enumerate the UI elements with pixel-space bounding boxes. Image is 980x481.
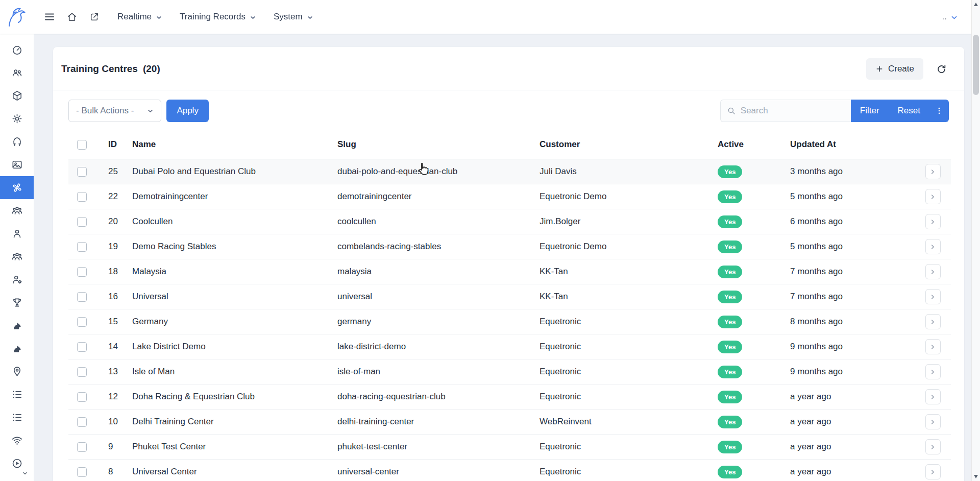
table-row[interactable]: 25Dubai Polo and Equestrian Clubdubai-po… [68, 159, 951, 184]
sidebar-item-user-settings[interactable] [0, 268, 34, 291]
row-open-button[interactable] [925, 214, 941, 229]
sidebar-item-products[interactable] [0, 84, 34, 107]
row-checkbox[interactable] [77, 267, 87, 277]
cell-customer: Equetronic Demo [532, 184, 710, 209]
table-row[interactable]: 20CoolcullencoolcullenJim.BolgerYes6 mon… [68, 209, 951, 234]
image-icon [11, 159, 23, 171]
row-open-button[interactable] [925, 464, 941, 479]
select-all-checkbox[interactable] [77, 140, 87, 150]
row-open-button[interactable] [925, 364, 941, 379]
row-checkbox[interactable] [77, 442, 87, 452]
table-row[interactable]: 15GermanygermanyEquetronicYes8 months ag… [68, 309, 951, 334]
bulk-actions-select[interactable]: - Bulk Actions - [68, 100, 161, 122]
cell-active: Yes [710, 410, 782, 435]
table-row[interactable]: 19Demo Racing Stablescombelands-racing-s… [68, 234, 951, 259]
sidebar-item-media[interactable] [0, 153, 34, 176]
cell-updated-at: 8 months ago [782, 309, 911, 334]
row-checkbox[interactable] [77, 392, 87, 402]
sidebar-item-teams[interactable] [0, 199, 34, 222]
sidebar-item-settings[interactable] [0, 107, 34, 130]
scrollbar-thumb[interactable] [973, 35, 979, 95]
create-button[interactable]: Create [866, 58, 923, 80]
row-open-button[interactable] [925, 389, 941, 404]
sidebar-scroll-down[interactable] [22, 470, 28, 476]
people-icon [11, 205, 23, 217]
sidebar-item-sessions[interactable] [0, 452, 34, 475]
app-logo[interactable] [0, 0, 34, 34]
sidebar-item-horses[interactable] [0, 314, 34, 337]
external-link-button[interactable] [87, 9, 102, 25]
row-checkbox[interactable] [77, 242, 87, 252]
table-row[interactable]: 14Lake District Demolake-district-demoEq… [68, 334, 951, 359]
table-row[interactable]: 12Doha Racing & Equestrian Clubdoha-raci… [68, 384, 951, 410]
cell-active: Yes [710, 159, 782, 184]
row-open-button[interactable] [925, 164, 941, 179]
sidebar-item-awards[interactable] [0, 291, 34, 314]
user-menu[interactable]: .. [942, 12, 958, 22]
apply-button[interactable]: Apply [166, 100, 209, 122]
sidebar-item-logs[interactable] [0, 406, 34, 429]
column-header-slug: Slug [330, 134, 532, 159]
sidebar-item-locations[interactable] [0, 360, 34, 383]
sidebar-item-training-centres[interactable] [0, 176, 34, 199]
cell-id: 16 [99, 284, 125, 309]
cell-id: 19 [99, 234, 125, 259]
cell-id: 10 [99, 410, 125, 435]
row-checkbox[interactable] [77, 417, 87, 427]
more-options-button[interactable] [929, 100, 949, 122]
row-checkbox[interactable] [77, 317, 87, 327]
search-input[interactable] [741, 106, 845, 116]
refresh-button[interactable] [934, 61, 949, 77]
table-row[interactable]: 8Universal Centeruniversal-centerEquetro… [68, 460, 951, 481]
filter-button[interactable]: Filter [851, 100, 889, 122]
scrollbar-up-arrow[interactable] [974, 3, 978, 6]
chevron-right-icon [929, 418, 937, 426]
sidebar-item-trainers[interactable] [0, 222, 34, 245]
reset-button[interactable]: Reset [889, 100, 929, 122]
page-scrollbar[interactable] [971, 0, 980, 481]
nav-item-realtime[interactable]: Realtime [117, 12, 162, 22]
nav-item-system[interactable]: System [274, 12, 313, 22]
row-open-button[interactable] [925, 264, 941, 279]
sidebar-item-groups[interactable] [0, 245, 34, 268]
table-row[interactable]: 18MalaysiamalaysiaKK-TanYes7 months ago [68, 259, 951, 284]
cell-updated-at: a year ago [782, 460, 911, 481]
row-open-button[interactable] [925, 314, 941, 329]
row-checkbox[interactable] [77, 217, 87, 227]
row-checkbox[interactable] [77, 292, 87, 302]
cell-slug: coolcullen [330, 209, 532, 234]
table-row[interactable]: 16UniversaluniversalKK-TanYes7 months ag… [68, 284, 951, 309]
cell-active: Yes [710, 234, 782, 259]
row-checkbox[interactable] [77, 342, 87, 352]
row-checkbox[interactable] [77, 192, 87, 202]
table-row[interactable]: 9Phuket Test Centerphuket-test-centerEqu… [68, 435, 951, 460]
sidebar-item-horseshoe[interactable] [0, 130, 34, 153]
row-open-button[interactable] [925, 289, 941, 304]
sidebar-item-stables[interactable] [0, 337, 34, 360]
cell-active: Yes [710, 460, 782, 481]
sidebar-item-devices[interactable] [0, 429, 34, 452]
table-row[interactable]: 10Delhi Training Centerdelhi-training-ce… [68, 410, 951, 435]
nav-item-training-records[interactable]: Training Records [180, 12, 256, 22]
horse-icon [11, 343, 23, 354]
row-open-button[interactable] [925, 239, 941, 254]
row-open-button[interactable] [925, 414, 941, 429]
menu-toggle-button[interactable] [42, 9, 57, 25]
table-row[interactable]: 22DemotrainingcenterdemotrainingcenterEq… [68, 184, 951, 209]
page-title: Training Centres [61, 63, 138, 75]
external-link-icon [89, 12, 100, 22]
row-open-button[interactable] [925, 189, 941, 204]
row-checkbox[interactable] [77, 167, 87, 177]
cell-id: 20 [99, 209, 125, 234]
row-checkbox[interactable] [77, 367, 87, 377]
sidebar-item-dashboard[interactable] [0, 38, 34, 61]
scrollbar-down-arrow[interactable] [974, 475, 978, 478]
row-open-button[interactable] [925, 339, 941, 354]
row-open-button[interactable] [925, 439, 941, 454]
table-row[interactable]: 13Isle of Manisle-of-manEquetronicYes9 m… [68, 359, 951, 384]
home-button[interactable] [64, 9, 80, 25]
sidebar-item-records[interactable] [0, 383, 34, 406]
row-checkbox[interactable] [77, 467, 87, 477]
cell-updated-at: 7 months ago [782, 259, 911, 284]
sidebar-item-customers[interactable] [0, 61, 34, 84]
